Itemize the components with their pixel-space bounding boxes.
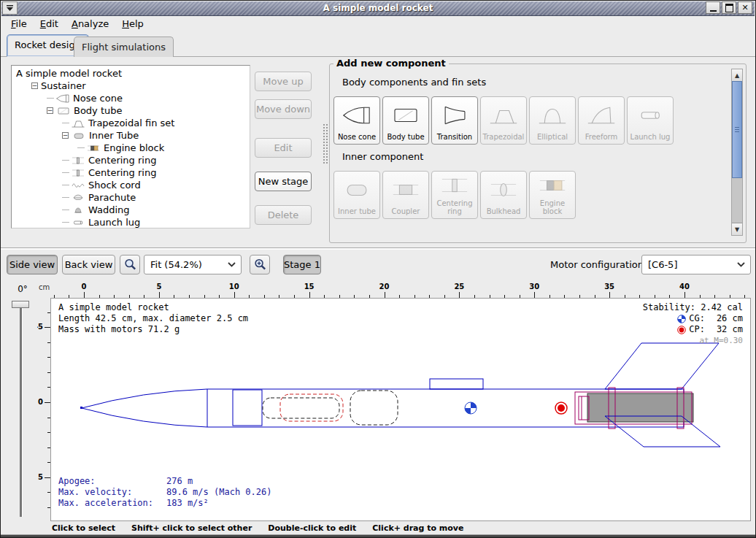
tree-item-inner-tube[interactable]: −Inner Tube xyxy=(12,129,250,142)
split-pane-handle[interactable] xyxy=(323,123,328,164)
tree-item-label: Centering ring xyxy=(88,167,156,178)
shock-cord-outline[interactable] xyxy=(263,398,339,418)
tree-item-wadding[interactable]: Wadding xyxy=(12,204,250,216)
expander-minus-icon[interactable]: − xyxy=(31,82,38,89)
zoom-level-combobox[interactable]: Fit (54.2%) xyxy=(144,255,242,274)
component-button-label: Trapezoidal xyxy=(483,133,525,141)
close-button[interactable]: ✕ xyxy=(738,1,752,14)
fin-ellip-icon xyxy=(530,97,575,133)
component-transition-button[interactable]: Transition xyxy=(431,96,478,145)
minimize-button[interactable] xyxy=(706,1,720,14)
mach-label: at M=0.30 xyxy=(643,335,743,346)
tree-item-trapezoidal-fin-set[interactable]: Trapezoidal fin set xyxy=(12,117,250,129)
add-component-title: Add new component xyxy=(333,58,449,69)
title-bar[interactable]: A simple model rocket ✕ xyxy=(1,1,755,16)
transition-icon xyxy=(432,97,477,133)
tree-item-shock-cord[interactable]: Shock cord xyxy=(12,179,250,191)
vertical-ruler: -505 xyxy=(37,298,50,521)
h-ruler-label: 30 xyxy=(529,283,539,291)
chevron-down-icon xyxy=(222,262,241,267)
cg-symbol xyxy=(465,402,477,414)
component-inner-tube-button: Inner tube xyxy=(333,171,380,219)
component-nose-cone-button[interactable]: Nose cone xyxy=(333,96,380,145)
menu-file[interactable]: File xyxy=(4,17,34,31)
zoom-level-value: Fit (54.2%) xyxy=(144,259,222,270)
zoom-out-button[interactable] xyxy=(120,255,140,274)
status-bar: Click to selectShift+ click to select ot… xyxy=(52,523,463,533)
tree-item-label: Inner Tube xyxy=(89,130,139,141)
tree-item-label: Shock cord xyxy=(88,180,141,191)
wadding-outline[interactable] xyxy=(350,391,398,425)
expander-minus-icon[interactable]: − xyxy=(62,132,69,139)
tree-item-parachute[interactable]: Parachute xyxy=(12,191,250,204)
component-freeform-button: Freeform xyxy=(578,96,625,145)
component-panel-scrollbar[interactable]: ▲ ▼ xyxy=(731,69,743,236)
component-body-tube-button[interactable]: Body tube xyxy=(382,96,429,145)
back-view-button[interactable]: Back view xyxy=(62,255,115,274)
flight-stat-apogee: Apogee:276 m xyxy=(58,476,272,487)
tree-item-sustainer[interactable]: −Sustainer xyxy=(12,80,250,92)
tree-item-engine-block[interactable]: Engine block xyxy=(12,142,250,154)
fin-top-outline[interactable] xyxy=(605,343,719,389)
body-tube-icon xyxy=(56,106,71,116)
add-component-group: Add new component Body components and fi… xyxy=(329,64,747,243)
tab-flight-simulations[interactable]: Flight simulations xyxy=(74,36,174,57)
tree-item-nose-cone[interactable]: Nose cone xyxy=(12,92,250,104)
launch-lug-outline[interactable] xyxy=(430,379,483,389)
ruler-unit-label: cm xyxy=(37,283,50,298)
nose-cone-icon xyxy=(334,97,379,133)
body-tube-icon xyxy=(383,97,428,133)
rotation-slider-handle[interactable] xyxy=(12,301,29,308)
expander-minus-icon[interactable]: − xyxy=(47,107,53,114)
tree-item-body-tube[interactable]: −Body tube xyxy=(12,104,250,117)
window-bottom-edge xyxy=(1,534,756,537)
rotation-slider-track[interactable] xyxy=(20,301,23,517)
scrollbar-thumb[interactable] xyxy=(732,81,742,178)
cg-row: CG: 26 cm xyxy=(643,313,743,324)
tree-item-label: Engine block xyxy=(104,142,164,153)
new-stage-button[interactable]: New stage xyxy=(255,172,312,191)
rocket-figure-canvas[interactable]: A simple model rocket Length 42.5 cm, ma… xyxy=(50,298,751,521)
motor-configuration-combobox[interactable]: [C6-5] xyxy=(641,255,751,274)
side-view-button[interactable]: Side view xyxy=(7,255,58,274)
close-icon: ✕ xyxy=(741,4,748,12)
component-trapezoidal-button: Trapezoidal xyxy=(480,96,527,145)
cp-row: CP: 32 cm xyxy=(643,324,743,335)
component-button-label: Freeform xyxy=(585,133,618,141)
tree-item-centering-ring[interactable]: Centering ring xyxy=(12,166,250,179)
inner-tube-icon xyxy=(72,131,86,141)
stage-1-toggle[interactable]: Stage 1 xyxy=(283,255,321,274)
tree-item-launch-lug[interactable]: Launch lug xyxy=(12,216,250,228)
zoom-in-button[interactable] xyxy=(250,255,270,274)
menu-help[interactable]: Help xyxy=(115,17,150,31)
maximize-button[interactable] xyxy=(722,1,736,14)
body-components-label: Body components and fin sets xyxy=(342,77,486,88)
engine-block-icon xyxy=(530,172,575,199)
scroll-up-button[interactable]: ▲ xyxy=(732,69,742,82)
component-button-label: Launch lug xyxy=(630,133,671,141)
tree-item-a-simple-model-rocket[interactable]: A simple model rocket xyxy=(12,67,250,80)
edit-button: Edit xyxy=(255,138,312,158)
tree-item-label: Body tube xyxy=(74,105,123,116)
scroll-down-button[interactable]: ▼ xyxy=(732,223,742,235)
h-ruler-label: 0 xyxy=(82,283,87,291)
stability-value: Stability: 2.42 cal xyxy=(643,302,743,313)
component-button-label: Engine block xyxy=(530,199,575,215)
component-button-label: Inner tube xyxy=(338,207,376,215)
tree-item-label: Nose cone xyxy=(73,93,123,104)
centering-ring-icon xyxy=(71,168,85,178)
component-button-label: Transition xyxy=(437,133,472,141)
tree-item-centering-ring[interactable]: Centering ring xyxy=(12,154,250,166)
menu-analyze[interactable]: Analyze xyxy=(65,17,115,31)
nose-cone-outline[interactable] xyxy=(80,389,207,427)
magnifier-plus-icon xyxy=(253,258,267,272)
menu-edit[interactable]: Edit xyxy=(34,17,65,31)
shock-cord-icon xyxy=(71,180,85,191)
component-button-label: Coupler xyxy=(392,207,420,215)
component-coupler-button: Coupler xyxy=(382,171,429,219)
parachute-outline[interactable] xyxy=(280,394,343,421)
h-ruler-label: 25 xyxy=(454,283,464,291)
nose-shoulder-outline[interactable] xyxy=(233,390,262,426)
component-button-label: Nose cone xyxy=(338,133,376,141)
rotation-angle-label: 0° xyxy=(12,284,33,294)
